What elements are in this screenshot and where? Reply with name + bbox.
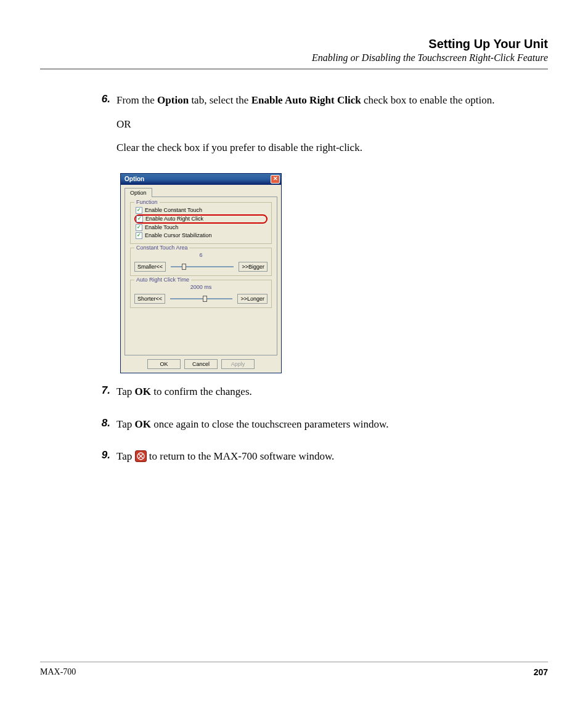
return-icon [135,450,147,462]
ok-button[interactable]: OK [147,359,181,369]
apply-button[interactable]: Apply [221,359,255,369]
page-header: Setting Up Your Unit Enabling or Disabli… [40,37,548,70]
smaller-button[interactable]: Smaller<< [134,262,166,272]
window-title: Option [125,176,271,182]
step-9: 9. Tap to return to the MAX-700 software… [96,449,548,473]
section-title: Enabling or Disabling the Touchscreen Ri… [40,52,548,63]
check-icon [136,216,143,222]
footer-model: MAX-700 [40,667,76,677]
step-body: From the Option tab, select the Enable A… [116,93,494,164]
step-body: Tap OK once again to close the touchscre… [116,417,388,441]
chapter-title: Setting Up Your Unit [40,37,548,51]
checkbox-cursor-stabilization[interactable]: Enable Cursor Stabilization [134,232,267,240]
step-8: 8. Tap OK once again to close the touchs… [96,417,548,441]
titlebar: Option ✕ [121,174,281,185]
step-body: Tap OK to confirm the changes. [116,384,252,408]
close-icon[interactable]: ✕ [271,175,280,184]
header-rule [40,68,548,70]
step-number: 7. [96,384,116,408]
time-slider[interactable] [170,298,232,299]
cancel-button[interactable]: Cancel [184,359,218,369]
slider-thumb-icon[interactable] [182,264,186,270]
constant-touch-area-fieldset: Constant Touch Area 6 Smaller<< >>Bigger [130,248,272,276]
area-legend: Constant Touch Area [134,245,189,251]
step-6: 6. From the Option tab, select the Enabl… [96,93,548,164]
dialog-buttons: OK Cancel Apply [121,355,281,373]
check-icon [136,232,142,239]
page-footer: MAX-700 207 [40,662,548,677]
step-body: Tap to return to the MAX-700 software wi… [116,449,334,473]
area-value: 6 [134,252,267,258]
checkbox-constant-touch[interactable]: Enable Constant Touch [134,206,267,214]
time-legend: Auto Right Click Time [134,277,191,283]
step-number: 6. [96,93,116,164]
option-dialog: Option ✕ Option Function Enable Constant… [120,173,282,373]
auto-right-click-time-fieldset: Auto Right Click Time 2000 ms Shorter<< … [130,280,272,308]
longer-button[interactable]: >>Longer [237,294,267,304]
step-7: 7. Tap OK to confirm the changes. [96,384,548,408]
shorter-button[interactable]: Shorter<< [134,294,165,304]
step-number: 8. [96,417,116,441]
function-legend: Function [134,199,160,205]
check-icon [136,224,142,231]
time-value: 2000 ms [134,284,267,290]
checkbox-enable-touch[interactable]: Enable Touch [134,224,267,232]
bigger-button[interactable]: >>Bigger [239,262,267,272]
step-number: 9. [96,449,116,473]
screenshot-option-dialog: Option ✕ Option Function Enable Constant… [120,173,548,373]
content-area: 6. From the Option tab, select the Enabl… [40,93,548,473]
tab-option[interactable]: Option [125,188,152,197]
function-fieldset: Function Enable Constant Touch Enable Au… [130,202,272,244]
tab-panel: Function Enable Constant Touch Enable Au… [125,197,277,355]
area-slider[interactable] [171,266,234,267]
slider-thumb-icon[interactable] [203,296,207,302]
checkbox-auto-right-click[interactable]: Enable Auto Right Click [134,214,267,224]
page-number: 207 [534,667,548,677]
footer-rule [40,662,548,662]
check-icon [136,207,142,214]
